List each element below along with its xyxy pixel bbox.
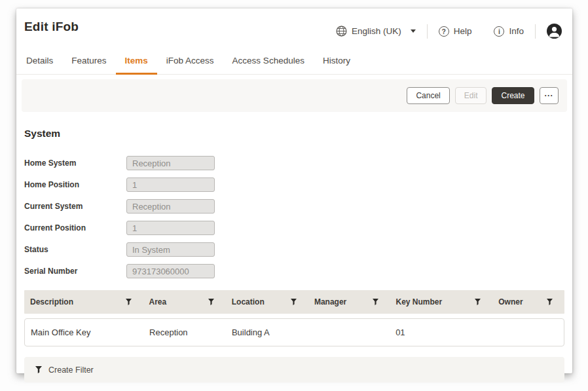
field-label: Current Position (24, 223, 126, 233)
language-label: English (UK) (352, 26, 401, 36)
user-avatar[interactable] (547, 24, 562, 39)
chevron-down-icon (411, 29, 416, 33)
field-row-serial-number: Serial Number (24, 264, 564, 278)
edit-ifob-window: Edit iFob English (UK) (16, 9, 572, 373)
column-header-owner: Owner (492, 297, 564, 307)
section-title: System (24, 128, 564, 140)
field-label: Home System (24, 158, 126, 168)
table-header: Description Area Location (24, 290, 564, 314)
column-header-manager: Manager (308, 297, 390, 307)
tab-items[interactable]: Items (116, 50, 157, 75)
info-label: Info (509, 26, 524, 36)
tab-bar: Details Features Items iFob Access Acces… (16, 50, 572, 75)
system-form: Home System Home Position Current System… (24, 156, 564, 278)
help-icon: ? (439, 26, 449, 37)
edit-button: Edit (455, 87, 487, 104)
info-button[interactable]: i Info (494, 26, 524, 37)
cell-location: Building A (226, 327, 308, 337)
column-label: Description (30, 297, 73, 307)
table-row[interactable]: Main Office Key Reception Building A 01 (24, 318, 564, 346)
column-header-key-number: Key Number (390, 297, 493, 307)
column-header-location: Location (226, 297, 308, 307)
column-label: Key Number (396, 297, 443, 307)
field-row-home-system: Home System (24, 156, 564, 170)
header-divider (427, 24, 428, 39)
help-button[interactable]: ? Help (439, 26, 472, 37)
cell-description: Main Office Key (25, 327, 143, 337)
current-position-input (126, 221, 215, 235)
field-label: Status (24, 245, 126, 254)
field-row-current-system: Current System (24, 199, 564, 214)
filter-icon[interactable] (126, 299, 132, 305)
cell-area: Reception (143, 327, 226, 337)
column-label: Location (232, 297, 265, 307)
home-position-input (126, 177, 215, 192)
status-input (126, 242, 215, 257)
filter-icon[interactable] (291, 299, 297, 305)
cancel-button[interactable]: Cancel (407, 87, 449, 104)
main-content: System Home System Home Position Current… (16, 128, 572, 382)
filter-icon[interactable] (475, 299, 481, 305)
language-selector[interactable]: English (UK) (336, 26, 416, 37)
app-header: Edit iFob English (UK) (16, 9, 572, 49)
filter-icon[interactable] (208, 299, 214, 305)
field-label: Home Position (24, 180, 126, 189)
filter-icon (35, 366, 42, 373)
tab-details[interactable]: Details (17, 50, 62, 75)
column-header-description: Description (24, 297, 143, 307)
field-row-current-position: Current Position (24, 221, 564, 235)
tab-ifob-access[interactable]: iFob Access (157, 50, 223, 75)
globe-icon (336, 26, 347, 37)
more-options-button[interactable]: ··· (540, 87, 559, 104)
filter-icon[interactable] (373, 299, 378, 305)
tab-access-schedules[interactable]: Access Schedules (223, 50, 314, 75)
tab-features[interactable]: Features (62, 50, 115, 75)
field-label: Current System (24, 202, 126, 211)
current-system-input (126, 199, 215, 214)
filter-icon[interactable] (547, 299, 553, 305)
header-actions: English (UK) ? Help i Info (336, 24, 562, 39)
tab-history[interactable]: History (314, 50, 359, 75)
column-label: Manager (314, 297, 346, 307)
field-row-status: Status (24, 242, 564, 257)
field-label: Serial Number (24, 267, 126, 276)
info-icon: i (494, 26, 504, 37)
column-label: Owner (498, 297, 523, 307)
cell-key-number: 01 (390, 327, 492, 337)
create-filter-label: Create Filter (48, 365, 94, 375)
field-row-home-position: Home Position (24, 177, 564, 192)
create-filter-button[interactable]: Create Filter (24, 357, 564, 382)
page-background: Edit iFob English (UK) (0, 0, 588, 391)
home-system-input (126, 156, 215, 170)
header-divider (535, 24, 536, 39)
help-label: Help (454, 26, 472, 36)
serial-number-input (126, 264, 215, 278)
column-header-area: Area (143, 297, 226, 307)
items-table: Description Area Location (24, 290, 564, 346)
column-label: Area (149, 297, 167, 307)
create-button[interactable]: Create (492, 87, 534, 104)
action-toolbar: Cancel Edit Create ··· (22, 79, 567, 112)
